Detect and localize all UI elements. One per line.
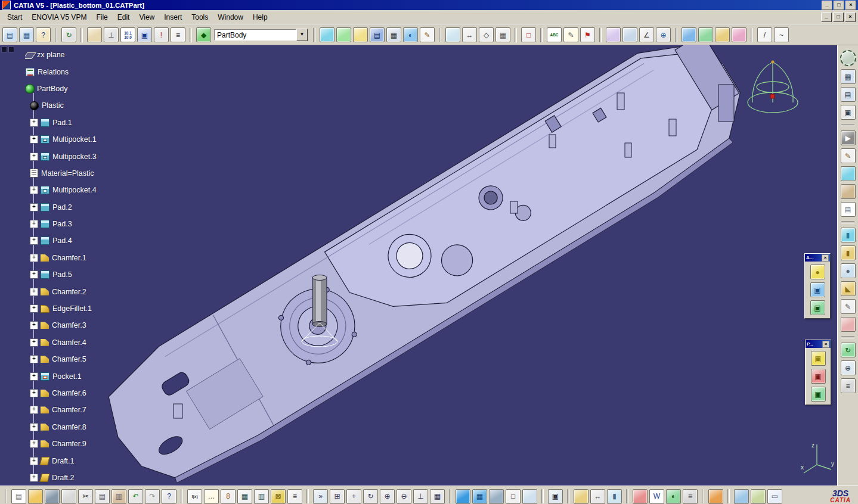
expand-handle-icon[interactable]: + — [30, 355, 38, 363]
cut-icon[interactable]: ✂ — [78, 489, 93, 504]
list-options-icon[interactable]: ≡ — [287, 489, 302, 504]
lock-icon[interactable]: ⊠ — [271, 489, 286, 504]
layer-filter-icon[interactable]: ≡ — [683, 489, 698, 504]
copy-icon[interactable]: ▤ — [95, 489, 110, 504]
menu-start[interactable]: Start — [2, 11, 27, 23]
tree-item-pad-4[interactable]: +Pad.4 — [30, 232, 97, 249]
render-capture-icon[interactable]: ▣ — [810, 300, 825, 315]
active-body-combo[interactable]: ▼ — [214, 29, 308, 41]
part-model[interactable] — [0, 45, 838, 486]
pencil-tool-icon[interactable]: ✎ — [841, 299, 856, 314]
camera-green-icon[interactable]: ▣ — [811, 387, 826, 402]
line-tool-icon[interactable]: / — [757, 27, 772, 42]
print-icon[interactable] — [61, 489, 76, 504]
menu-enovia-v5-vpm[interactable]: ENOVIA V5 VPM — [27, 11, 91, 23]
expand-handle-icon[interactable]: + — [30, 440, 38, 448]
capture-icon[interactable] — [445, 27, 460, 42]
tree-item-chamfer-7[interactable]: +Chamfer.7 — [30, 402, 97, 418]
tree-item-chamfer-1[interactable]: +Chamfer.1 — [30, 250, 97, 266]
menu-help[interactable]: Help — [248, 11, 272, 23]
partbody-tool-icon[interactable]: ◆ — [196, 27, 211, 42]
catalog-icon[interactable] — [841, 184, 856, 199]
wedge-tool-icon[interactable]: ◣ — [841, 281, 856, 296]
expand-handle-icon[interactable]: + — [30, 119, 38, 127]
catalog-browser-icon[interactable]: ▤ — [370, 27, 385, 42]
menu-file[interactable]: File — [91, 11, 112, 23]
tree-item-chamfer-5[interactable]: +Chamfer.5 — [30, 351, 97, 368]
enovia-help-icon[interactable]: ? — [36, 27, 51, 42]
histogram-icon[interactable]: ▥ — [254, 489, 269, 504]
expand-handle-icon[interactable]: + — [30, 288, 38, 296]
normal-view-icon[interactable]: ⊥ — [413, 489, 428, 504]
close-icon[interactable]: × — [822, 254, 829, 262]
expand-handle-icon[interactable]: + — [30, 237, 38, 245]
surface-sweep-icon[interactable] — [682, 27, 696, 42]
rotate-view-icon[interactable]: ↻ — [363, 489, 378, 504]
wireframe-icon[interactable]: □ — [506, 489, 521, 504]
tree-item-partbody[interactable]: -PartBody — [25, 80, 97, 97]
pan-hand-icon[interactable] — [87, 27, 102, 42]
palette-title-bar[interactable]: A... × — [805, 254, 830, 262]
sketcher-icon[interactable]: ✎ — [841, 148, 856, 163]
expand-handle-icon[interactable]: + — [30, 220, 38, 228]
tree-item-draft-2[interactable]: +Draft.2 — [30, 469, 97, 485]
angle-measure-icon[interactable]: ∠ — [639, 27, 654, 42]
spell-check-icon[interactable]: ABC — [547, 27, 562, 42]
material-bottle-icon[interactable]: ▮ — [607, 489, 622, 504]
ruler-icon[interactable] — [574, 489, 588, 504]
palette-render[interactable]: P... × ▣▣▣ — [805, 340, 831, 405]
tree-item-multipocket-3[interactable]: +Multipocket.3 — [30, 148, 97, 164]
tree-item-chamfer-8[interactable]: +Chamfer.8 — [30, 419, 97, 435]
part-cube-icon[interactable] — [734, 489, 749, 504]
graph-tree-icon[interactable]: ▦ — [841, 69, 856, 84]
window-cascade-icon[interactable]: ▣ — [841, 105, 856, 120]
close-button[interactable]: × — [845, 1, 856, 10]
mdi-close-button[interactable]: × — [845, 13, 856, 22]
flag-note-icon[interactable]: ⚑ — [580, 27, 595, 42]
grid-icon[interactable]: ▦ — [495, 27, 510, 42]
ref-plane-icon[interactable]: ▭ — [767, 489, 782, 504]
expand-handle-icon[interactable]: + — [30, 135, 38, 144]
paintbrush-icon[interactable] — [708, 489, 723, 504]
spec-list-icon[interactable]: ≡ — [171, 27, 185, 42]
new-document-icon[interactable]: ▤ — [11, 489, 26, 504]
menu-edit[interactable]: Edit — [113, 11, 135, 23]
tree-item-multipocket-4[interactable]: +Multipocket.4 — [30, 182, 97, 198]
menu-window[interactable]: Window — [213, 11, 248, 23]
macro-w-icon[interactable]: W — [649, 489, 664, 504]
apply-material-icon[interactable]: ● — [810, 265, 825, 279]
dock-handle[interactable] — [8, 46, 14, 52]
camera-yellow-icon[interactable]: ▣ — [811, 351, 826, 366]
shading-material-icon[interactable] — [489, 489, 504, 504]
dock-handle[interactable] — [1, 46, 7, 52]
graphic-painter-icon[interactable] — [633, 489, 648, 504]
expand-handle-icon[interactable]: + — [30, 304, 38, 313]
view-compass[interactable] — [744, 56, 801, 125]
shading-icon[interactable] — [456, 489, 470, 504]
tree-item-zx-plane[interactable]: zx plane — [25, 46, 97, 63]
pad-feature-icon[interactable] — [320, 27, 334, 42]
zoom-area-icon[interactable]: □ — [521, 27, 536, 42]
zoom-in-icon[interactable]: ⊕ — [380, 489, 395, 504]
publish-icon[interactable]: ◐ — [666, 489, 681, 504]
formula-icon[interactable]: f(x) — [187, 489, 202, 504]
mdi-restore-button[interactable]: □ — [833, 13, 844, 22]
pad-tool-icon[interactable] — [841, 166, 856, 181]
menu-view[interactable]: View — [134, 11, 159, 23]
paste-format-icon[interactable]: ▤ — [841, 202, 856, 217]
palette-title-bar[interactable]: P... × — [806, 340, 831, 348]
sphere-tool-icon[interactable]: ● — [841, 263, 856, 278]
redo-icon[interactable]: ↷ — [145, 489, 160, 504]
annotation-icon[interactable]: ✎ — [563, 27, 578, 42]
catia-app-icon[interactable] — [2, 1, 11, 10]
update-all-icon[interactable]: ! — [154, 27, 169, 42]
close-icon[interactable]: × — [822, 341, 829, 348]
tree-item-chamfer-6[interactable]: +Chamfer.6 — [30, 385, 97, 402]
render-quality-icon[interactable]: ▣ — [810, 282, 825, 297]
zoom-out-icon[interactable]: ⊖ — [397, 489, 411, 504]
open-icon[interactable] — [28, 489, 43, 504]
tree-item-chamfer-9[interactable]: +Chamfer.9 — [30, 435, 97, 452]
pocket-feature-icon[interactable] — [336, 27, 351, 42]
expand-handle-icon[interactable]: + — [30, 474, 38, 482]
expand-handle-icon[interactable]: + — [30, 406, 38, 414]
